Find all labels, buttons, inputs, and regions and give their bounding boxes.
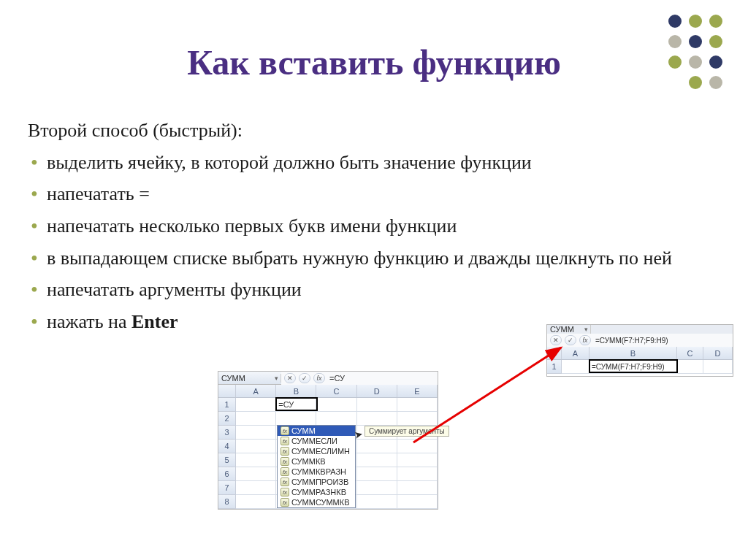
spreadsheet-grid[interactable]: 1 =СУММ(F7:H7;F9:H9) (547, 360, 733, 376)
bullet-1: выделить ячейку, в которой должно быть з… (28, 149, 720, 177)
dropdown-item[interactable]: fxСУММРАЗНКВ (278, 487, 355, 497)
name-box[interactable]: СУММ▾ (218, 374, 281, 383)
dropdown-item-summ[interactable]: fxСУММ (278, 426, 355, 436)
confirm-icon[interactable]: ✓ (565, 335, 576, 345)
cell-b1[interactable]: =СУММ(F7:H7;F9:H9) (589, 360, 677, 374)
dropdown-item[interactable]: fxСУММПРОИЗВ (278, 477, 355, 487)
cancel-icon[interactable]: ✕ (284, 373, 296, 383)
subtitle: Второй способ (быстрый): (28, 117, 720, 145)
cell-b1[interactable]: =СУ (276, 398, 316, 412)
dropdown-item[interactable]: fxСУММКВРАЗН (278, 467, 355, 477)
spreadsheet-grid[interactable]: 1=СУ 2 3 4 5 6 7 8 fxСУММ fxСУММЕСЛИ fxС… (218, 398, 438, 509)
bullet-4: в выпадающем списке выбрать нужную функц… (28, 245, 720, 272)
formula-bar-text: =СУ (329, 374, 345, 383)
cancel-icon[interactable]: ✕ (550, 335, 562, 345)
bullet-5: напечатать аргументы функции (28, 276, 720, 304)
excel-screenshot-autocomplete: СУММ▾ ✕ ✓ fx =СУ A B C D E 1=СУ 2 3 4 5 … (218, 371, 438, 510)
column-headers: A B C D (547, 347, 733, 360)
bullet-2: напечатать = (28, 180, 720, 208)
fx-icon[interactable]: fx (313, 373, 325, 383)
dropdown-item[interactable]: fxСУММСУММКВ (278, 497, 355, 507)
column-headers: A B C D E (218, 385, 438, 398)
bullet-3: напечатать несколько первых букв имени ф… (28, 212, 720, 240)
formula-bar[interactable]: ✕ ✓ fx =СУ (281, 372, 438, 385)
confirm-icon[interactable]: ✓ (299, 373, 310, 383)
slide-title: Как вставить функцию (0, 42, 748, 83)
formula-bar-text: =СУММ(F7:H7;F9:H9) (595, 337, 668, 345)
slide-content: Второй способ (быстрый): выделить ячейку… (28, 117, 720, 340)
excel-screenshot-formula: СУММ▾ ✕ ✓ fx =СУММ(F7:H7;F9:H9) A B C D … (546, 324, 733, 377)
function-autocomplete-dropdown[interactable]: fxСУММ fxСУММЕСЛИ fxСУММЕСЛИМН fxСУММКВ … (277, 425, 356, 508)
fx-icon[interactable]: fx (579, 335, 591, 345)
function-tooltip: Суммирует аргументы (365, 426, 449, 437)
name-box[interactable]: СУММ▾ (547, 325, 591, 334)
dropdown-item[interactable]: fxСУММЕСЛИ (278, 436, 355, 446)
dropdown-item[interactable]: fxСУММКВ (278, 456, 355, 467)
dropdown-item[interactable]: fxСУММЕСЛИМН (278, 446, 355, 456)
formula-bar[interactable]: ✕ ✓ fx =СУММ(F7:H7;F9:H9) (547, 334, 733, 347)
